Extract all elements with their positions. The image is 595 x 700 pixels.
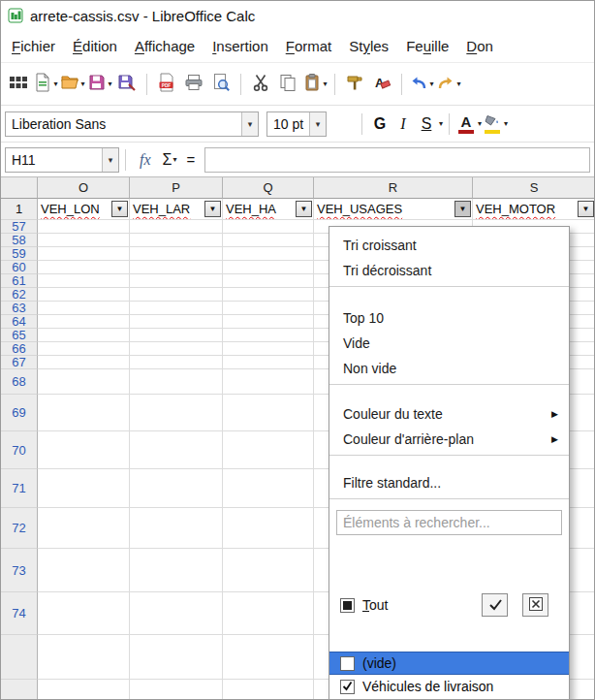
row-header-64[interactable]: 64 [1,315,38,329]
cell[interactable] [130,247,223,261]
cell[interactable] [38,356,130,369]
cell[interactable] [130,342,223,356]
cell[interactable] [223,395,314,431]
cell[interactable] [223,261,314,274]
cell[interactable] [38,274,130,288]
cell[interactable] [223,680,314,700]
column-header-Q[interactable]: Q [223,177,314,199]
save-button[interactable]: ▾ [86,70,113,99]
column-header-S[interactable]: S [473,177,595,199]
cell[interactable] [38,369,130,395]
cell[interactable] [130,356,223,369]
cell[interactable] [223,220,314,234]
chevron-down-icon[interactable]: ▾ [241,112,258,136]
cell[interactable] [223,369,314,395]
row-header-61[interactable]: 61 [1,274,38,288]
export-pdf-button[interactable]: PDF [153,70,180,99]
cell[interactable] [38,220,130,234]
entry-checkbox-checked[interactable] [340,680,355,694]
column-header-R[interactable]: R [314,177,473,199]
row-header-73[interactable]: 73 [1,549,38,592]
menu-item-background-color[interactable]: Couleur d'arrière-plan▶ [329,427,569,452]
row-header-59[interactable]: 59 [1,247,38,261]
filter-search-input[interactable] [336,510,562,535]
menu-dition[interactable]: Édition [64,30,126,62]
cell[interactable] [223,592,314,635]
formula-input[interactable] [204,147,590,173]
menu-feuille[interactable]: Feuille [397,30,457,62]
cell[interactable] [38,302,130,315]
cell[interactable] [38,315,130,329]
uncheck-all-button[interactable] [522,593,548,617]
filter-entry-vide[interactable]: (vide) [329,652,569,675]
row-header-70[interactable]: 70 [1,431,38,469]
cell[interactable] [223,247,314,261]
row-header-69[interactable]: 69 [1,395,38,431]
menu-affichage[interactable]: Affichage [126,30,204,62]
row-header-72[interactable]: 72 [1,508,38,549]
cell[interactable] [38,508,130,549]
cell[interactable] [223,549,314,592]
grid-button[interactable] [5,70,32,99]
row-header-74[interactable]: 74 [1,592,38,635]
autofilter-button-P[interactable]: ▼ [204,201,221,217]
cell[interactable] [223,635,314,680]
autofilter-button-R[interactable]: ▼ [454,201,471,217]
font-name-combo[interactable]: Liberation Sans ▾ [5,111,259,137]
cell[interactable] [223,288,314,302]
menu-format[interactable]: Format [277,30,341,62]
cell[interactable] [38,247,130,261]
filter-entry-vehicules-de-livraison[interactable]: Véhicules de livraison [329,675,569,698]
row-header-66[interactable]: 66 [1,342,38,356]
cell[interactable] [223,234,314,247]
cell[interactable] [38,288,130,302]
cell[interactable] [130,549,223,592]
row-header-58[interactable]: 58 [1,234,38,247]
cell[interactable] [223,342,314,356]
row-header-63[interactable]: 63 [1,302,38,315]
cell[interactable] [130,469,223,508]
column-header-O[interactable]: O [38,177,130,199]
formula-equals-button[interactable]: = [186,151,195,168]
save-as-button[interactable] [113,70,141,99]
new-document-button[interactable]: ▾ [32,70,59,99]
font-size-combo[interactable]: 10 pt ▾ [266,111,327,137]
select-all-checkbox[interactable] [340,598,355,613]
cell-S1[interactable]: VEH_MOTOR ▼ [473,199,595,220]
cell[interactable] [223,274,314,288]
copy-button[interactable] [274,70,301,99]
highlight-color-button[interactable] [482,111,503,138]
print-preview-button[interactable] [207,70,235,99]
cell-R1[interactable]: VEH_USAGES ▼ [314,199,473,220]
menu-item-standard-filter[interactable]: Filtre standard... [329,470,569,495]
autofilter-button-Q[interactable]: ▼ [296,201,312,217]
cell[interactable] [38,234,130,247]
chevron-down-icon[interactable]: ▾ [172,156,176,164]
cell[interactable] [130,302,223,315]
cell[interactable] [130,395,223,431]
check-all-button[interactable] [482,593,508,617]
menu-item-text-color[interactable]: Couleur du texte▶ [329,401,569,427]
sum-button[interactable]: Σ [163,151,172,169]
cell[interactable] [130,234,223,247]
cell-P1[interactable]: VEH_LAR ▼ [130,199,223,220]
underline-button[interactable]: S [415,111,438,138]
cell[interactable] [130,329,223,342]
row-header-1[interactable]: 1 [1,199,38,220]
cell[interactable] [130,680,223,700]
cell[interactable] [130,261,223,274]
redo-button[interactable]: ▾ [435,70,462,99]
cell[interactable] [223,431,314,469]
menu-item-empty[interactable]: Vide [329,331,569,356]
function-wizard-button[interactable]: fx [140,151,151,169]
cell[interactable] [38,261,130,274]
cell[interactable] [223,508,314,549]
cell-O1[interactable]: VEH_LON ▼ [38,199,130,220]
italic-button[interactable]: I [391,111,415,138]
row-header-60[interactable]: 60 [1,261,38,274]
cell[interactable] [38,431,130,469]
menu-don[interactable]: Don [457,30,502,62]
cut-button[interactable] [247,70,274,99]
menu-styles[interactable]: Styles [340,30,397,62]
chevron-down-icon[interactable]: ▾ [102,148,118,172]
